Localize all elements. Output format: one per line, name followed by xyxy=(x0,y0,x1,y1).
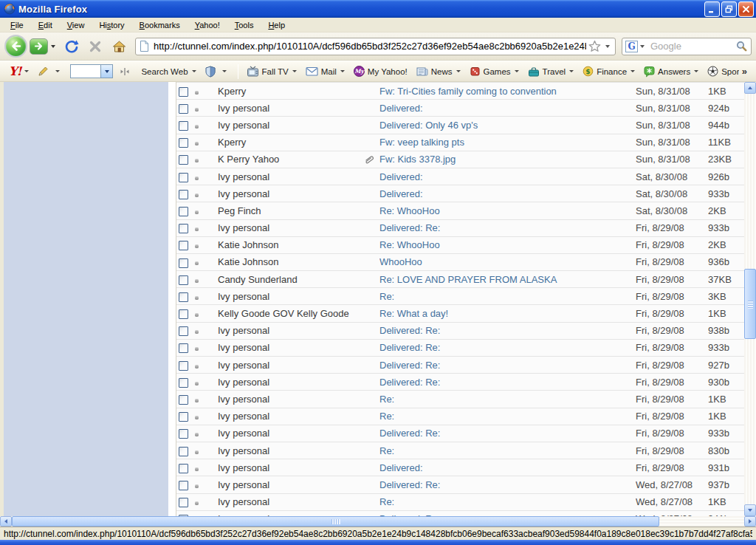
combobox-field[interactable] xyxy=(71,65,100,78)
minimize-button[interactable] xyxy=(704,1,720,17)
yahoo-toolbar-pencil[interactable] xyxy=(35,64,63,79)
vertical-scroll-track[interactable] xyxy=(744,94,756,504)
url-dropdown-caret-icon[interactable] xyxy=(605,45,610,48)
subject-link[interactable]: Delivered: Re: xyxy=(379,342,636,353)
yahoo-toolbar-my-yahoo[interactable]: MyMy Yahoo! xyxy=(351,64,410,79)
dropdown-caret-icon[interactable] xyxy=(292,70,297,72)
vertical-scroll-thumb[interactable] xyxy=(744,269,756,339)
row-checkbox[interactable] xyxy=(179,104,188,114)
row-checkbox[interactable] xyxy=(179,87,188,97)
yahoo-toolbar-antispy-shield[interactable] xyxy=(202,64,230,80)
subject-link[interactable]: Delivered: xyxy=(379,171,636,182)
subject-link[interactable]: Re: LOVE AND PRAYER FROM ALASKA xyxy=(379,274,636,285)
scroll-right-button[interactable] xyxy=(744,516,756,527)
row-checkbox[interactable] xyxy=(179,275,188,285)
horizontal-scrollbar[interactable] xyxy=(0,516,756,527)
subject-link[interactable]: Re: What a day! xyxy=(379,308,636,319)
row-checkbox[interactable] xyxy=(179,173,188,182)
menu-yahoo[interactable]: Yahoo! xyxy=(188,19,227,31)
menu-help[interactable]: Help xyxy=(261,19,292,31)
subject-link[interactable]: Re: xyxy=(379,496,636,507)
forward-history-caret-icon[interactable] xyxy=(51,45,55,48)
close-button[interactable] xyxy=(738,1,754,17)
row-checkbox[interactable] xyxy=(179,395,188,405)
dropdown-caret-icon[interactable] xyxy=(630,70,635,72)
subject-link[interactable]: Re: xyxy=(379,291,636,302)
back-button[interactable] xyxy=(4,35,27,58)
row-checkbox[interactable] xyxy=(179,464,188,473)
subject-link[interactable]: Delivered: xyxy=(379,462,636,473)
yahoo-toolbar-sports[interactable]: Sports xyxy=(704,64,739,79)
stop-button[interactable] xyxy=(86,37,105,56)
address-bar[interactable]: http://ctunnel.com/index.php/1010110A/dc… xyxy=(135,38,616,55)
subject-link[interactable]: Delivered: Re: xyxy=(379,360,636,371)
row-checkbox[interactable] xyxy=(179,447,188,456)
toolbar-overflow-chevron[interactable]: » xyxy=(739,66,750,77)
search-engine-caret-icon[interactable] xyxy=(640,45,645,48)
combobox-dropdown-button[interactable] xyxy=(100,65,112,78)
subject-link[interactable]: Delivered: Re: xyxy=(379,377,636,388)
menu-tools[interactable]: Tools xyxy=(227,19,261,31)
dropdown-caret-icon[interactable] xyxy=(340,70,345,72)
dropdown-caret-icon[interactable] xyxy=(222,70,227,72)
scroll-up-button[interactable] xyxy=(744,82,756,94)
row-checkbox[interactable] xyxy=(179,412,188,422)
search-placeholder[interactable]: Google xyxy=(650,41,735,52)
yahoo-toolbar-answers[interactable]: Answers xyxy=(641,64,701,80)
yahoo-toolbar-travel[interactable]: Travel xyxy=(525,64,577,79)
subject-link[interactable]: WhooHoo xyxy=(379,256,636,267)
subject-link[interactable]: Fw: Kids 3378.jpg xyxy=(379,154,636,165)
subject-link[interactable]: Re: xyxy=(379,445,636,456)
row-checkbox[interactable] xyxy=(179,138,188,148)
search-bar[interactable]: G Google xyxy=(622,38,752,55)
home-button[interactable] xyxy=(109,37,128,56)
subject-link[interactable]: Delivered: Re: xyxy=(379,428,636,439)
menu-history[interactable]: History xyxy=(92,19,131,31)
yahoo-toolbar-mail[interactable]: Mail xyxy=(303,64,348,78)
subject-link[interactable]: Fw: veep talking pts xyxy=(379,137,636,148)
url-text[interactable]: http://ctunnel.com/index.php/1010110A/dc… xyxy=(154,41,586,52)
row-checkbox[interactable] xyxy=(179,378,188,388)
subject-link[interactable]: Re: WhooHoo xyxy=(379,239,636,250)
row-checkbox[interactable] xyxy=(179,190,188,199)
subject-link[interactable]: Re: xyxy=(379,394,636,405)
subject-link[interactable]: Re: xyxy=(379,411,636,422)
row-checkbox[interactable] xyxy=(179,207,188,216)
page-icon[interactable] xyxy=(139,40,150,52)
menu-bookmarks[interactable]: Bookmarks xyxy=(132,19,188,31)
row-checkbox[interactable] xyxy=(179,361,188,371)
restore-button[interactable] xyxy=(721,1,737,17)
row-checkbox[interactable] xyxy=(179,429,188,439)
yahoo-toolbar-games[interactable]: Games xyxy=(467,64,522,79)
yahoo-toolbar-pane-splitter[interactable] xyxy=(117,65,135,78)
subject-link[interactable]: Delivered: Re: xyxy=(379,222,636,233)
subject-link[interactable]: Delivered: xyxy=(379,103,636,114)
row-checkbox[interactable] xyxy=(179,343,188,353)
subject-link[interactable]: Delivered: xyxy=(379,188,636,199)
yahoo-toolbar-finance[interactable]: $Finance xyxy=(580,64,638,79)
dropdown-caret-icon[interactable] xyxy=(55,70,60,72)
toolbar-search-combobox[interactable] xyxy=(70,64,113,78)
forward-button[interactable] xyxy=(30,38,48,55)
dropdown-caret-icon[interactable] xyxy=(694,70,698,72)
dropdown-caret-icon[interactable] xyxy=(515,70,519,72)
row-checkbox[interactable] xyxy=(179,224,188,233)
vertical-scrollbar[interactable] xyxy=(744,82,756,516)
subject-link[interactable]: Delivered: Re: xyxy=(379,479,636,490)
dropdown-caret-icon[interactable] xyxy=(456,70,461,72)
row-checkbox[interactable] xyxy=(179,121,188,131)
menu-edit[interactable]: Edit xyxy=(31,19,60,31)
yahoo-toolbar-search-web[interactable]: Search Web xyxy=(138,65,199,78)
dropdown-caret-icon[interactable] xyxy=(24,70,29,72)
row-checkbox[interactable] xyxy=(179,498,188,507)
subject-link[interactable]: Re: WhooHoo xyxy=(379,205,636,216)
dropdown-caret-icon[interactable] xyxy=(192,70,196,72)
menu-view[interactable]: View xyxy=(60,19,92,31)
row-checkbox[interactable] xyxy=(179,326,188,336)
subject-link[interactable]: Fw: Tri-Cities family coming to conventi… xyxy=(379,86,636,97)
menu-file[interactable]: File xyxy=(3,19,31,31)
dropdown-caret-icon[interactable] xyxy=(569,70,574,72)
row-checkbox[interactable] xyxy=(179,258,188,268)
reload-button[interactable] xyxy=(62,37,81,56)
yahoo-toolbar-news[interactable]: News xyxy=(413,64,464,78)
